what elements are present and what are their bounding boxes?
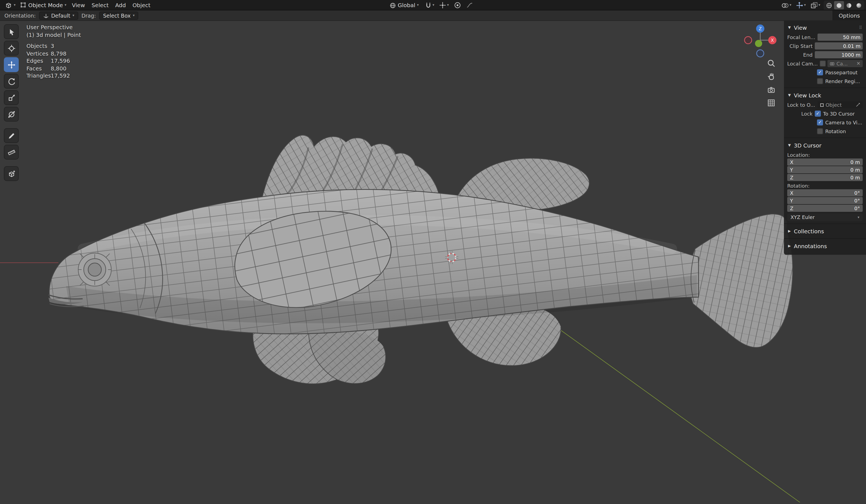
snap-target-button[interactable]: ▾: [438, 2, 450, 9]
tool-move[interactable]: [4, 57, 19, 72]
local-camera-field[interactable]: Ca... ×: [828, 60, 863, 67]
tool-annotate[interactable]: [4, 128, 19, 143]
snap-magnet-icon: [425, 2, 432, 9]
location-label: Location:: [787, 152, 863, 158]
menu-add[interactable]: Add: [112, 0, 129, 10]
mode-dropdown[interactable]: Object Mode ▾: [18, 1, 69, 9]
show-overlays-toggle[interactable]: ▾: [780, 1, 792, 9]
focal-length-input[interactable]: 50 mm: [818, 34, 863, 41]
check-icon: ✓: [816, 112, 820, 116]
checkbox-render-region[interactable]: [817, 78, 823, 84]
divider: [784, 238, 866, 239]
checkbox-passepartout[interactable]: ✓: [817, 69, 823, 76]
cursor-rotation-x[interactable]: X 0°: [787, 189, 863, 196]
orientation-setting-value: Default: [51, 12, 70, 19]
shading-wireframe-button[interactable]: [824, 1, 834, 9]
chevron-down-icon: ▾: [818, 3, 820, 7]
cursor-location-y[interactable]: Y 0 m: [787, 166, 863, 173]
camera-view-button[interactable]: [766, 85, 776, 95]
orientation-setting-dropdown[interactable]: Default ▾: [39, 11, 78, 20]
tool-rotate[interactable]: [4, 74, 19, 89]
viewport-canvas[interactable]: [0, 0, 866, 504]
zoom-button[interactable]: [766, 58, 776, 68]
checkbox-camera-to-view[interactable]: ✓: [817, 119, 823, 125]
axis-z-neg-ball[interactable]: [757, 50, 764, 57]
transform-orientation-dropdown[interactable]: Global ▾: [387, 1, 421, 9]
blender-window: ▾ Object Mode ▾ View Select Add Object G…: [0, 0, 866, 504]
chevron-down-icon: ▾: [65, 3, 67, 7]
checkbox-local-camera[interactable]: [820, 60, 826, 67]
axis-x-neg-ball[interactable]: [745, 37, 752, 44]
snap-toggle[interactable]: ▾: [424, 2, 435, 9]
viewport-3d[interactable]: [0, 0, 866, 504]
panel-grip[interactable]: ⠿: [859, 25, 863, 30]
camera-view-icon: [767, 85, 776, 94]
chevron-down-icon: ▾: [804, 3, 806, 7]
show-gizmo-toggle[interactable]: ▾: [795, 1, 807, 9]
editor-type-dropdown[interactable]: ▾: [3, 1, 18, 9]
perspective-label: User Perspective: [26, 24, 81, 31]
chevron-down-icon: ▾: [14, 3, 16, 7]
clip-end-input[interactable]: 1000 m: [815, 51, 863, 58]
header-bar: ▾ Object Mode ▾ View Select Add Object G…: [0, 0, 866, 10]
mode-label: Object Mode: [29, 2, 63, 8]
shading-rendered-button[interactable]: [854, 1, 864, 9]
tool-measure[interactable]: [4, 145, 19, 160]
row-lock-to-cursor: Lock ✓ To 3D Cursor: [787, 110, 863, 118]
axis-x-label: X: [771, 38, 774, 43]
menu-object[interactable]: Object: [129, 0, 154, 10]
cursor-rotation-z[interactable]: Z 0°: [787, 205, 863, 212]
lock-to-object-field[interactable]: Object: [817, 101, 863, 108]
fish-model[interactable]: [48, 135, 793, 384]
stat-objects: Objects 3: [26, 42, 81, 50]
menu-select[interactable]: Select: [88, 0, 112, 10]
tool-select-box[interactable]: [4, 24, 19, 39]
clip-start-input[interactable]: 0.01 m: [815, 42, 863, 49]
shading-material-button[interactable]: [844, 1, 854, 9]
chevron-down-icon: ▼: [787, 26, 792, 30]
clear-icon[interactable]: ×: [856, 61, 861, 66]
drag-setting-value: Select Box: [103, 12, 131, 19]
drag-setting-dropdown[interactable]: Select Box ▾: [99, 11, 138, 20]
section-view-header[interactable]: ▼ View ⠿: [787, 23, 863, 33]
section-annotations-header[interactable]: ▶ Annotations: [787, 241, 863, 251]
check-icon: ✓: [818, 120, 822, 125]
pan-button[interactable]: [766, 71, 776, 81]
toggle-ortho-button[interactable]: [766, 98, 776, 108]
tool-add-cube[interactable]: [4, 166, 19, 181]
eyedropper-icon[interactable]: [856, 102, 861, 107]
shading-material-icon: [846, 2, 852, 9]
stat-faces: Faces 8,800: [26, 65, 81, 72]
tool-scale[interactable]: [4, 90, 19, 105]
stat-vertices: Vertices 8,798: [26, 50, 81, 57]
object-mode-icon: [20, 2, 27, 8]
chevron-down-icon: ▾: [73, 14, 74, 17]
cursor-location-x[interactable]: X 0 m: [787, 159, 863, 165]
checkbox-lock-rotation[interactable]: [817, 128, 823, 134]
section-3d-cursor-header[interactable]: ▼ 3D Cursor: [787, 140, 863, 150]
xray-toggle[interactable]: ▾: [809, 1, 821, 9]
shading-solid-button[interactable]: [834, 1, 844, 9]
field-clip-start: Clip Start 0.01 m: [787, 42, 863, 50]
cursor-rotation-y[interactable]: Y 0°: [787, 197, 863, 204]
tool-transform[interactable]: [4, 107, 19, 122]
cursor-location-z[interactable]: Z 0 m: [787, 174, 863, 181]
proportional-editing-toggle[interactable]: [453, 2, 462, 9]
falloff-button[interactable]: [465, 2, 474, 9]
annotate-pen-icon: [8, 132, 15, 139]
axis-y-ball[interactable]: [755, 40, 762, 47]
section-view-lock-header[interactable]: ▼ View Lock: [787, 90, 863, 100]
euler-mode-dropdown[interactable]: XYZ Euler ▾: [787, 214, 863, 221]
section-collections-header[interactable]: ▶ Collections: [787, 226, 863, 236]
snap-target-icon: [439, 2, 446, 9]
chevron-down-icon: ▾: [417, 3, 419, 7]
tail-fin: [689, 214, 793, 347]
options-button[interactable]: Options: [833, 10, 866, 20]
header-center-controls: Global ▾ ▾ ▾: [387, 0, 474, 10]
orientation-globe-icon: [389, 2, 396, 9]
fish-eye: [78, 253, 111, 286]
navigation-gizmo[interactable]: Z X: [741, 21, 779, 59]
checkbox-to-3d-cursor[interactable]: ✓: [815, 111, 821, 117]
menu-view[interactable]: View: [69, 0, 88, 10]
tool-cursor[interactable]: [4, 41, 19, 56]
